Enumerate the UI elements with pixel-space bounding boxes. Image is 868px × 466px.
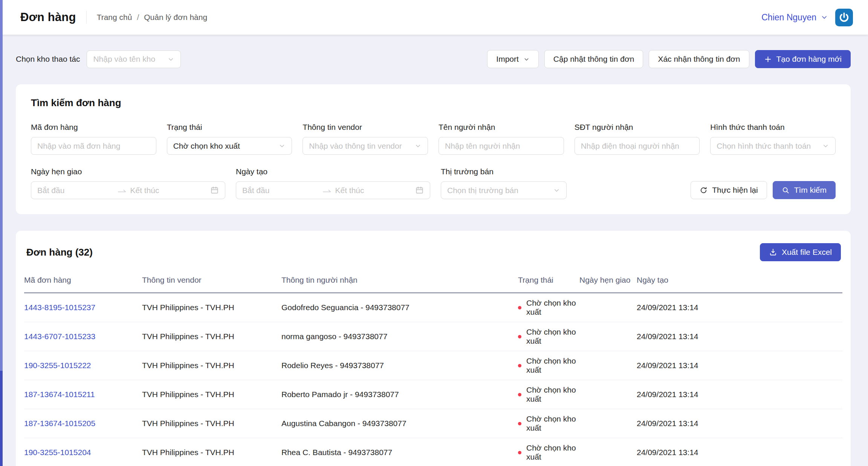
order-code-link[interactable]: 190-3255-1015204: [24, 448, 91, 457]
column-header-created: Ngày tạo: [637, 276, 842, 285]
orders-table-header: Mã đơn hàng Thông tin vendor Thông tin n…: [24, 276, 842, 293]
column-header-delivery-date: Ngày hẹn giao: [579, 276, 637, 285]
orders-card: Đơn hàng (32) Xuất file Excel Mã đơn hàn…: [16, 231, 851, 466]
import-button[interactable]: Import: [487, 50, 539, 68]
filter-delivery-date: Ngày hẹn giao Bắt đầu Kết thúc: [31, 167, 225, 199]
receiver-cell: Rhea C. Bautista - 9493738077: [281, 448, 518, 457]
search-button-label: Tìm kiếm: [794, 186, 827, 195]
filter-market: Thị trường bán Chọn thị trường bán: [441, 167, 567, 199]
vendor-select[interactable]: Nhập vào thông tin vendor: [303, 137, 428, 155]
plus-icon: [764, 55, 772, 63]
range-end-placeholder: Kết thúc: [130, 186, 207, 195]
status-label: Chờ chọn kho xuất: [526, 414, 579, 432]
toolbar: Chọn kho thao tác Nhập vào tên kho Impor…: [16, 50, 851, 68]
create-order-button[interactable]: Tạo đơn hàng mới: [755, 50, 851, 68]
orders-table-body: 1443-8195-1015237 TVH Philippines - TVH.…: [24, 293, 842, 466]
status-dot-icon: [518, 422, 521, 425]
status-select[interactable]: Chờ chọn kho xuất: [167, 137, 292, 155]
reset-button[interactable]: Thực hiện lại: [691, 181, 767, 199]
warehouse-select-placeholder: Nhập vào tên kho: [93, 55, 155, 64]
power-icon: [838, 12, 850, 23]
update-order-button[interactable]: Cập nhật thông tin đơn: [544, 50, 643, 68]
order-code-link[interactable]: 1443-8195-1015237: [24, 303, 95, 312]
status-dot-icon: [518, 306, 521, 309]
receiver-cell: Rodelio Reyes - 9493738077: [281, 361, 518, 370]
receiver-cell: norma gangoso - 9493738077: [281, 332, 518, 341]
status-cell: Chờ chọn kho xuất: [518, 356, 579, 375]
download-icon: [769, 248, 777, 256]
search-filter-row-1: Mã đơn hàng Trạng thái Chờ chọn kho xuất…: [29, 123, 838, 155]
status-select-value: Chờ chọn kho xuất: [173, 142, 240, 151]
vendor-cell: TVH Philippines - TVH.PH: [142, 361, 281, 370]
created-date-cell: 24/09/2021 13:14: [637, 390, 842, 399]
order-code-link[interactable]: 190-3255-1015222: [24, 361, 91, 370]
user-menu[interactable]: Chien Nguyen: [761, 12, 828, 23]
created-date-cell: 24/09/2021 13:14: [637, 332, 842, 341]
created-date-cell: 24/09/2021 13:14: [637, 303, 842, 312]
receiver-cell: Augustina Cabangon - 9493738077: [281, 419, 518, 428]
vendor-cell: TVH Philippines - TVH.PH: [142, 448, 281, 457]
order-code-link[interactable]: 187-13674-1015205: [24, 419, 95, 428]
vendor-select-placeholder: Nhập vào thông tin vendor: [309, 142, 402, 151]
chevron-down-icon: [820, 13, 828, 21]
chevron-down-icon: [523, 56, 530, 62]
sidebar-scroll-thumb[interactable]: [0, 0, 3, 371]
filter-label: SĐT người nhận: [575, 123, 700, 132]
receiver-name-input[interactable]: [439, 137, 564, 155]
market-select[interactable]: Chọn thị trường bán: [441, 181, 567, 199]
status-dot-icon: [518, 393, 521, 396]
vendor-cell: TVH Philippines - TVH.PH: [142, 390, 281, 399]
create-order-label: Tạo đơn hàng mới: [776, 55, 842, 64]
breadcrumb-home[interactable]: Trang chủ: [97, 13, 132, 22]
breadcrumb: Trang chủ / Quản lý đơn hàng: [97, 13, 208, 22]
filter-label: Mã đơn hàng: [31, 123, 156, 132]
import-button-label: Import: [496, 55, 519, 64]
filter-receiver-name: Tên người nhận: [439, 123, 564, 155]
search-card: Tìm kiếm đơn hàng Mã đơn hàng Trạng thái…: [16, 84, 851, 214]
order-code-link[interactable]: 187-13674-1015211: [24, 390, 95, 399]
order-code-input[interactable]: [31, 137, 156, 155]
status-cell: Chờ chọn kho xuất: [518, 385, 579, 404]
payment-method-select[interactable]: Chọn hình thức thanh toán: [710, 137, 836, 155]
filter-label: Ngày tạo: [236, 167, 430, 176]
table-row: 190-3255-1015222 TVH Philippines - TVH.P…: [24, 351, 842, 380]
filter-payment-method: Hình thức thanh toán Chọn hình thức than…: [710, 123, 836, 155]
collapsed-sidebar-rail[interactable]: [0, 0, 3, 466]
confirm-order-button[interactable]: Xác nhận thông tin đơn: [649, 50, 749, 68]
status-dot-icon: [518, 451, 521, 454]
user-name[interactable]: Chien Nguyen: [761, 12, 816, 23]
filter-label: Thị trường bán: [441, 167, 567, 176]
filter-label: Trạng thái: [167, 123, 292, 132]
calendar-icon: [415, 186, 424, 195]
order-code-link[interactable]: 1443-6707-1015233: [24, 332, 95, 341]
breadcrumb-current: Quản lý đơn hàng: [144, 13, 207, 22]
redo-icon: [700, 186, 708, 194]
receiver-phone-input[interactable]: [575, 137, 700, 155]
search-button[interactable]: Tìm kiếm: [773, 181, 836, 199]
chevron-down-icon: [167, 56, 174, 63]
delivery-date-range[interactable]: Bắt đầu Kết thúc: [31, 181, 225, 199]
status-label: Chờ chọn kho xuất: [526, 443, 579, 461]
arrow-right-icon: [322, 188, 332, 193]
filter-created-date: Ngày tạo Bắt đầu Kết thúc: [236, 167, 430, 199]
chevron-down-icon: [822, 142, 829, 149]
filter-status: Trạng thái Chờ chọn kho xuất: [167, 123, 292, 155]
status-label: Chờ chọn kho xuất: [526, 327, 579, 346]
warehouse-select[interactable]: Nhập vào tên kho: [87, 50, 181, 68]
column-header-receiver: Thông tin người nhận: [281, 276, 518, 285]
filter-label: Ngày hẹn giao: [31, 167, 225, 176]
table-row: 1443-8195-1015237 TVH Philippines - TVH.…: [24, 293, 842, 322]
search-filter-row-2: Ngày hẹn giao Bắt đầu Kết thúc Ngày tạo …: [29, 167, 838, 199]
created-date-range[interactable]: Bắt đầu Kết thúc: [236, 181, 430, 199]
export-excel-button[interactable]: Xuất file Excel: [760, 243, 841, 261]
title-divider: [86, 11, 87, 24]
filter-receiver-phone: SĐT người nhận: [575, 123, 700, 155]
filter-order-code: Mã đơn hàng: [31, 123, 156, 155]
status-label: Chờ chọn kho xuất: [526, 298, 579, 317]
column-header-vendor: Thông tin vendor: [142, 276, 281, 285]
status-dot-icon: [518, 364, 521, 367]
orders-table: Mã đơn hàng Thông tin vendor Thông tin n…: [16, 276, 851, 466]
status-cell: Chờ chọn kho xuất: [518, 443, 579, 461]
table-row: 190-3255-1015204 TVH Philippines - TVH.P…: [24, 438, 842, 466]
logout-button[interactable]: [835, 9, 853, 26]
